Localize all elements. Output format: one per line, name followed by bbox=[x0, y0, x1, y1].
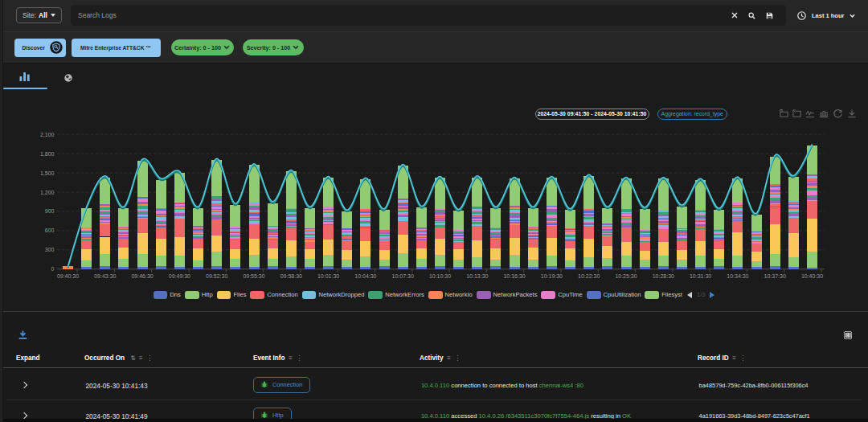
svg-text:09:55:30: 09:55:30 bbox=[243, 273, 264, 279]
svg-text:10:07:30: 10:07:30 bbox=[392, 273, 414, 279]
svg-text:10:40:30: 10:40:30 bbox=[801, 273, 823, 279]
svg-text:1,800: 1,800 bbox=[40, 151, 55, 157]
svg-text:10:13:30: 10:13:30 bbox=[466, 273, 488, 279]
svg-text:2,100: 2,100 bbox=[40, 132, 55, 137]
svg-text:09:40:30: 09:40:30 bbox=[57, 273, 79, 279]
svg-text:10:31:30: 10:31:30 bbox=[690, 273, 711, 279]
svg-text:0: 0 bbox=[51, 266, 55, 272]
svg-text:10:19:30: 10:19:30 bbox=[541, 273, 563, 279]
svg-text:10:25:30: 10:25:30 bbox=[615, 273, 637, 279]
svg-text:300: 300 bbox=[45, 247, 55, 252]
svg-text:09:46:30: 09:46:30 bbox=[131, 273, 153, 279]
svg-text:09:52:30: 09:52:30 bbox=[206, 273, 227, 279]
svg-text:10:01:30: 10:01:30 bbox=[317, 273, 339, 279]
svg-text:900: 900 bbox=[45, 208, 55, 214]
svg-text:10:22:30: 10:22:30 bbox=[578, 273, 600, 279]
svg-text:600: 600 bbox=[45, 227, 55, 233]
svg-text:10:10:30: 10:10:30 bbox=[429, 273, 451, 279]
svg-text:1,500: 1,500 bbox=[40, 170, 55, 176]
svg-text:09:43:30: 09:43:30 bbox=[94, 273, 116, 279]
svg-text:10:34:30: 10:34:30 bbox=[727, 273, 748, 279]
svg-text:10:28:30: 10:28:30 bbox=[653, 273, 674, 279]
svg-text:10:16:30: 10:16:30 bbox=[503, 273, 525, 279]
svg-text:1,200: 1,200 bbox=[40, 190, 55, 195]
svg-text:09:58:30: 09:58:30 bbox=[280, 273, 302, 279]
svg-text:10:04:30: 10:04:30 bbox=[354, 273, 376, 279]
svg-text:10:37:30: 10:37:30 bbox=[764, 273, 786, 279]
svg-text:09:49:30: 09:49:30 bbox=[169, 273, 190, 279]
